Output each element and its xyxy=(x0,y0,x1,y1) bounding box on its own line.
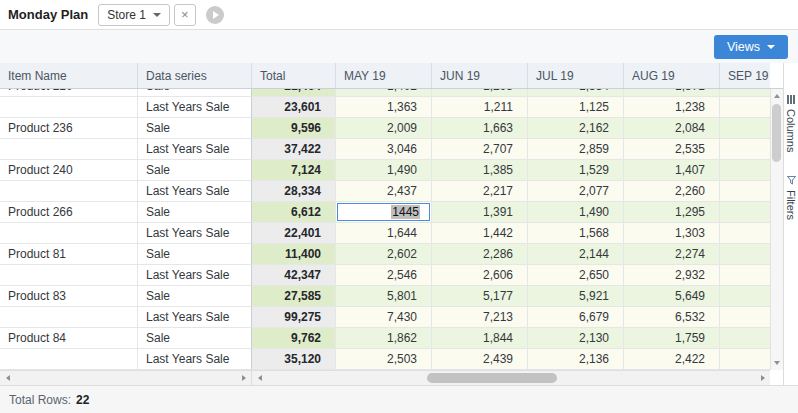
vertical-scrollbar[interactable] xyxy=(770,89,783,370)
series-cell[interactable]: Last Years Sale xyxy=(138,139,252,160)
month-cell[interactable] xyxy=(720,160,770,181)
month-cell[interactable]: 2,503 xyxy=(336,349,432,370)
series-cell[interactable]: Sale xyxy=(138,328,252,349)
total-cell[interactable]: 22,401 xyxy=(252,223,336,244)
month-cell[interactable]: 1,125 xyxy=(528,97,624,118)
month-cell[interactable]: 2,274 xyxy=(624,244,720,265)
month-cell[interactable]: 1,844 xyxy=(432,328,528,349)
total-cell[interactable]: 21,464 xyxy=(252,89,336,97)
month-cell[interactable]: 2,606 xyxy=(432,265,528,286)
total-cell[interactable]: 9,596 xyxy=(252,118,336,139)
month-cell[interactable] xyxy=(720,244,770,265)
series-cell[interactable]: Sale xyxy=(138,286,252,307)
columns-panel-button[interactable]: Columns xyxy=(785,95,797,152)
month-cell[interactable]: 1,391 xyxy=(432,202,528,223)
column-header-sep[interactable]: SEP 19 xyxy=(720,63,770,88)
item-cell[interactable] xyxy=(0,139,138,160)
scroll-right-button[interactable] xyxy=(755,371,770,385)
item-cell[interactable]: Product 210 xyxy=(0,89,138,97)
month-cell[interactable]: 1,334 xyxy=(528,89,624,97)
scrollbar-thumb[interactable] xyxy=(427,373,557,383)
scroll-left-button[interactable] xyxy=(0,371,15,385)
month-cell[interactable]: 2,437 xyxy=(336,181,432,202)
total-cell[interactable]: 28,334 xyxy=(252,181,336,202)
month-cell[interactable]: 6,679 xyxy=(528,307,624,328)
month-cell[interactable]: 1,529 xyxy=(528,160,624,181)
month-cell[interactable]: 2,439 xyxy=(432,349,528,370)
column-header-series[interactable]: Data series xyxy=(138,63,252,88)
total-cell[interactable]: 6,612 xyxy=(252,202,336,223)
series-cell[interactable]: Last Years Sale xyxy=(138,265,252,286)
remove-store-filter-button[interactable]: × xyxy=(174,4,196,26)
scroll-right-button[interactable] xyxy=(236,371,251,385)
month-cell[interactable]: 2,650 xyxy=(528,265,624,286)
month-cell[interactable]: 2,932 xyxy=(624,265,720,286)
month-cell[interactable]: 2,422 xyxy=(624,349,720,370)
month-cell[interactable] xyxy=(720,118,770,139)
month-cell[interactable]: 1,407 xyxy=(624,160,720,181)
column-header-aug[interactable]: AUG 19 xyxy=(624,63,720,88)
month-cell[interactable]: 2,707 xyxy=(432,139,528,160)
scrollbar-track[interactable] xyxy=(15,371,236,385)
column-header-total[interactable]: Total xyxy=(252,63,336,88)
item-cell[interactable] xyxy=(0,97,138,118)
scroll-up-button[interactable] xyxy=(771,89,783,103)
horizontal-scrollbar-main[interactable] xyxy=(252,370,770,385)
series-cell[interactable]: Last Years Sale xyxy=(138,181,252,202)
month-cell[interactable]: 1,298 xyxy=(432,89,528,97)
month-cell[interactable]: 1,363 xyxy=(336,97,432,118)
month-cell[interactable]: 1,238 xyxy=(624,97,720,118)
column-header-may[interactable]: MAY 19 xyxy=(336,63,432,88)
views-button[interactable]: Views xyxy=(714,35,788,59)
month-cell[interactable]: 5,649 xyxy=(624,286,720,307)
total-cell[interactable]: 99,275 xyxy=(252,307,336,328)
month-cell[interactable] xyxy=(720,349,770,370)
scroll-down-button[interactable] xyxy=(771,356,783,370)
item-cell[interactable] xyxy=(0,307,138,328)
run-button[interactable] xyxy=(206,6,224,24)
total-cell[interactable]: 23,601 xyxy=(252,97,336,118)
month-cell[interactable] xyxy=(720,265,770,286)
series-cell[interactable]: Last Years Sale xyxy=(138,97,252,118)
month-cell[interactable]: 1,644 xyxy=(336,223,432,244)
month-cell[interactable]: 1,490 xyxy=(528,202,624,223)
store-filter-dropdown[interactable]: Store 1 xyxy=(98,4,170,26)
month-cell[interactable]: 2,130 xyxy=(528,328,624,349)
total-cell[interactable]: 42,347 xyxy=(252,265,336,286)
column-header-jun[interactable]: JUN 19 xyxy=(432,63,528,88)
month-cell[interactable]: 2,286 xyxy=(432,244,528,265)
item-cell[interactable]: Product 81 xyxy=(0,244,138,265)
series-cell[interactable]: Sale xyxy=(138,202,252,223)
month-cell[interactable]: 2,546 xyxy=(336,265,432,286)
total-cell[interactable]: 11,400 xyxy=(252,244,336,265)
cell-editor-input[interactable]: 1445 xyxy=(337,203,430,221)
month-cell[interactable]: 6,532 xyxy=(624,307,720,328)
month-cell[interactable] xyxy=(720,139,770,160)
month-cell[interactable]: 2,077 xyxy=(528,181,624,202)
series-cell[interactable]: Last Years Sale xyxy=(138,307,252,328)
series-cell[interactable]: Sale xyxy=(138,89,252,97)
month-cell[interactable] xyxy=(720,286,770,307)
scrollbar-track[interactable] xyxy=(771,103,783,356)
filters-panel-button[interactable]: Filters xyxy=(785,176,797,220)
month-cell[interactable]: 2,217 xyxy=(432,181,528,202)
total-cell[interactable]: 37,422 xyxy=(252,139,336,160)
month-cell[interactable]: 5,177 xyxy=(432,286,528,307)
total-cell[interactable]: 35,120 xyxy=(252,349,336,370)
item-cell[interactable] xyxy=(0,223,138,244)
series-cell[interactable]: Sale xyxy=(138,118,252,139)
item-cell[interactable] xyxy=(0,265,138,286)
month-cell[interactable]: 2,535 xyxy=(624,139,720,160)
month-cell[interactable] xyxy=(720,307,770,328)
series-cell[interactable]: Sale xyxy=(138,244,252,265)
month-cell[interactable]: 7,213 xyxy=(432,307,528,328)
month-cell[interactable]: 1,371 xyxy=(624,89,720,97)
series-cell[interactable]: Last Years Sale xyxy=(138,223,252,244)
month-cell[interactable]: 5,921 xyxy=(528,286,624,307)
month-cell[interactable] xyxy=(720,181,770,202)
month-cell[interactable]: 1,490 xyxy=(336,160,432,181)
item-cell[interactable] xyxy=(0,349,138,370)
item-cell[interactable]: Product 236 xyxy=(0,118,138,139)
month-cell[interactable]: 3,046 xyxy=(336,139,432,160)
scrollbar-track[interactable] xyxy=(267,371,755,385)
